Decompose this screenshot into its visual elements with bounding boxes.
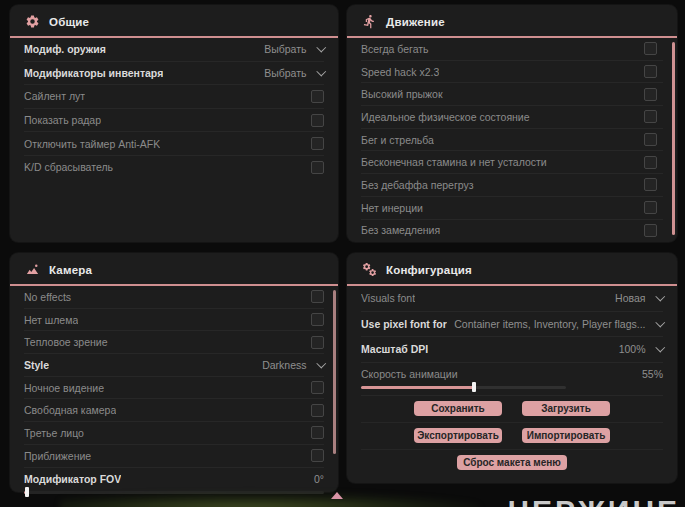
checkbox[interactable] — [311, 114, 324, 127]
checkbox[interactable] — [311, 161, 324, 174]
setting-label: Нет шлема — [24, 314, 78, 326]
panel-title: Движение — [386, 16, 445, 28]
image-icon — [25, 262, 40, 277]
button-row: Сохранить Загрузить — [361, 396, 663, 423]
panel-camera: Камера No effects Нет шлема Тепловое зре… — [10, 253, 338, 492]
setting-row: Масштаб DPI 100% — [361, 337, 663, 363]
pink-triangle-logo — [331, 492, 343, 499]
setting-row: Свободная камера — [24, 399, 324, 422]
panel-general-header: Общие — [10, 5, 338, 38]
setting-row: Модификаторы инвентаря Выбрать — [24, 62, 324, 86]
setting-row: Показать радар — [24, 109, 324, 133]
dropdown[interactable]: Container items, Inventory, Player flags… — [454, 318, 663, 330]
setting-row: Без дебаффа перегруз — [361, 174, 663, 197]
setting-row: Модиф. оружия Выбрать — [24, 38, 324, 62]
chevron-down-icon — [655, 343, 664, 352]
checkbox[interactable] — [644, 110, 657, 123]
setting-row: Ночное видение — [24, 377, 324, 400]
setting-row: Use pixel font for Container items, Inve… — [361, 312, 663, 338]
setting-label: Модификаторы инвентаря — [24, 67, 163, 79]
slider-thumb[interactable] — [25, 487, 29, 497]
dropdown-value: 100% — [619, 343, 646, 355]
scrollbar[interactable] — [333, 290, 336, 454]
setting-label: Без замедления — [361, 224, 440, 236]
setting-label: Отключить таймер Anti-AFK — [24, 138, 160, 150]
scrollbar[interactable] — [672, 42, 675, 235]
dropdown-value: Container items, Inventory, Player flags… — [454, 318, 645, 330]
chevron-down-icon — [316, 66, 325, 75]
slider-fill — [24, 491, 27, 494]
setting-label: Идеальное физическое состояние — [361, 111, 530, 123]
chevron-down-icon — [316, 43, 325, 52]
setting-label: Ночное видение — [24, 382, 104, 394]
checkbox[interactable] — [644, 156, 657, 169]
setting-label: Свободная камера — [24, 404, 116, 416]
setting-label: Скорость анимации — [361, 368, 458, 380]
dropdown-value: Выбрать — [264, 67, 306, 79]
setting-row: No effects — [24, 286, 324, 309]
dropdown[interactable]: Новая — [615, 292, 663, 304]
setting-row: Всегда бегать — [361, 38, 663, 61]
gear-icon — [25, 14, 40, 29]
button-row: Сброс макета меню — [361, 450, 663, 476]
checkbox[interactable] — [311, 426, 324, 439]
animation-speed-row: Скорость анимации 55% — [361, 363, 663, 396]
slider-thumb[interactable] — [472, 382, 476, 392]
export-button[interactable]: Экспортировать — [414, 428, 502, 443]
panel-movement: Движение Всегда бегать Speed hack x2.3 В… — [347, 5, 677, 242]
setting-row: Бег и стрельба — [361, 129, 663, 152]
dropdown[interactable]: Выбрать — [264, 67, 324, 79]
setting-row: K/D сбрасыватель — [24, 156, 324, 179]
chevron-down-icon — [655, 292, 664, 301]
runner-icon — [362, 14, 377, 29]
dropdown[interactable]: Darkness — [262, 359, 324, 371]
panel-general: Общие Модиф. оружия Выбрать Модификаторы… — [10, 5, 338, 242]
panel-config: Конфигурация Visuals font Новая Use pixe… — [347, 253, 677, 483]
slider-fill — [361, 386, 474, 389]
dropdown[interactable]: 100% — [619, 343, 663, 355]
import-button[interactable]: Импортировать — [522, 428, 610, 443]
setting-row: Сайлент лут — [24, 85, 324, 109]
checkbox[interactable] — [644, 133, 657, 146]
setting-label: Нет инерции — [361, 202, 423, 214]
save-button[interactable]: Сохранить — [414, 401, 502, 416]
setting-row: Style Darkness — [24, 354, 324, 377]
setting-label: Показать радар — [24, 114, 101, 126]
setting-row: Высокий прыжок — [361, 83, 663, 106]
checkbox[interactable] — [644, 178, 657, 191]
load-button[interactable]: Загрузить — [522, 401, 610, 416]
setting-label: Масштаб DPI — [361, 343, 428, 355]
panel-movement-header: Движение — [347, 5, 677, 38]
reset-menu-layout-button[interactable]: Сброс макета меню — [457, 455, 567, 470]
setting-row: Бесконечная стамина и нет усталости — [361, 151, 663, 174]
button-row: Экспортировать Импортировать — [361, 423, 663, 450]
setting-row: Нет инерции — [361, 197, 663, 220]
checkbox[interactable] — [311, 336, 324, 349]
checkbox[interactable] — [644, 224, 657, 237]
checkbox[interactable] — [311, 313, 324, 326]
checkbox[interactable] — [311, 290, 324, 303]
chevron-down-icon — [655, 317, 664, 326]
setting-label: Visuals font — [361, 292, 415, 304]
checkbox[interactable] — [311, 137, 324, 150]
setting-label: Use pixel font for — [361, 318, 447, 330]
dropdown[interactable]: Выбрать — [264, 43, 324, 55]
checkbox[interactable] — [311, 90, 324, 103]
panel-title: Конфигурация — [386, 264, 472, 276]
checkbox[interactable] — [644, 201, 657, 214]
checkbox[interactable] — [644, 65, 657, 78]
setting-row: Третье лицо — [24, 422, 324, 445]
slider-value: 0° — [314, 473, 324, 485]
checkbox[interactable] — [644, 88, 657, 101]
setting-label: Сайлент лут — [24, 90, 85, 102]
game-background-glow — [60, 493, 480, 507]
checkbox[interactable] — [644, 42, 657, 55]
setting-label: Тепловое зрение — [24, 336, 108, 348]
checkbox[interactable] — [311, 404, 324, 417]
animation-speed-track[interactable] — [361, 386, 566, 389]
checkbox[interactable] — [311, 381, 324, 394]
setting-label: No effects — [24, 291, 71, 303]
checkbox[interactable] — [311, 449, 324, 462]
fov-slider-row: Модификатор FOV 0° — [24, 468, 324, 494]
setting-row: Speed hack x2.3 — [361, 61, 663, 84]
